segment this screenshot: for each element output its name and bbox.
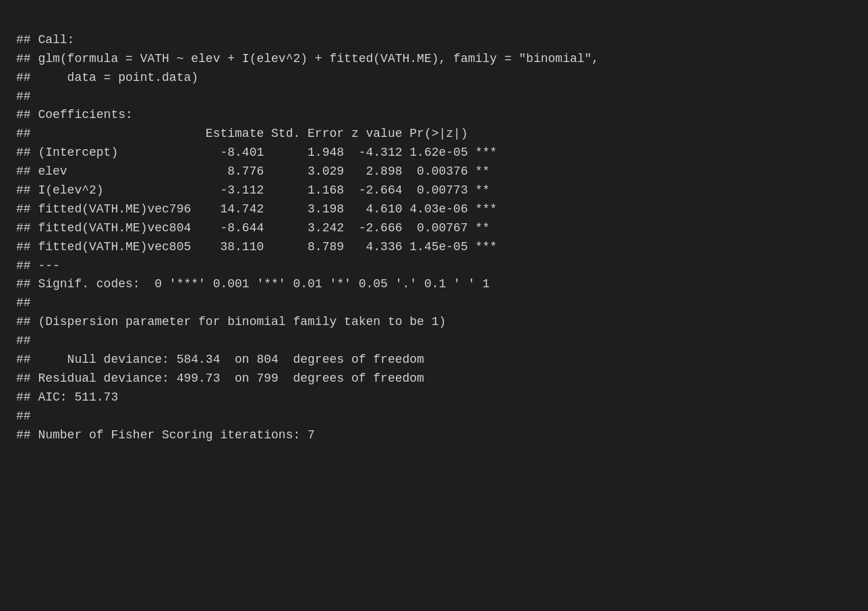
output-line: ## Residual deviance: 499.73 on 799 degr… [16,370,852,388]
output-line: ## [16,294,852,313]
output-line: ## [16,407,852,426]
output-line: ## Estimate Std. Error z value Pr(>|z|) [16,125,852,144]
output-line: ## elev 8.776 3.029 2.898 0.00376 ** [16,163,852,181]
output-line: ## I(elev^2) -3.112 1.168 -2.664 0.00773… [16,181,852,200]
output-line: ## Coefficients: [16,106,852,125]
output-line: ## fitted(VATH.ME)vec805 38.110 8.789 4.… [16,238,852,257]
output-line: ## AIC: 511.73 [16,388,852,407]
output-line: ## fitted(VATH.ME)vec796 14.742 3.198 4.… [16,200,852,219]
output-line: ## Signif. codes: 0 '***' 0.001 '**' 0.0… [16,275,852,294]
output-line: ## [16,332,852,351]
output-line: ## data = point.data) [16,69,852,88]
output-line: ## Null deviance: 584.34 on 804 degrees … [16,351,852,370]
output-line: ## fitted(VATH.ME)vec804 -8.644 3.242 -2… [16,219,852,238]
output-line: ## --- [16,257,852,276]
output-line: ## [16,88,852,107]
output-line: ## (Intercept) -8.401 1.948 -4.312 1.62e… [16,144,852,163]
output-line: ## Number of Fisher Scoring iterations: … [16,426,852,445]
output-block: ## Call:## glm(formula = VATH ~ elev + I… [16,12,852,444]
output-line: ## glm(formula = VATH ~ elev + I(elev^2)… [16,50,852,69]
output-line: ## Call: [16,31,852,50]
output-line: ## (Dispersion parameter for binomial fa… [16,313,852,332]
